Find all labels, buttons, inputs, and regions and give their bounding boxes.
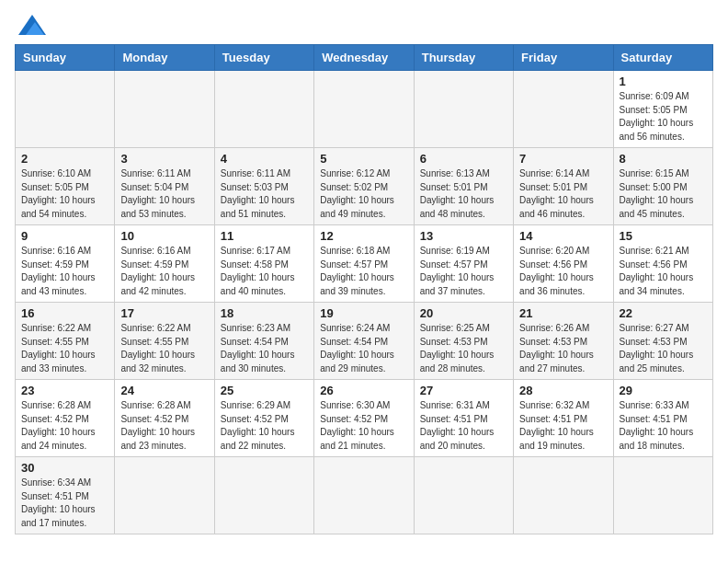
calendar-cell: 16Sunrise: 6:22 AM Sunset: 4:55 PM Dayli… <box>16 303 115 380</box>
calendar-cell: 4Sunrise: 6:11 AM Sunset: 5:03 PM Daylig… <box>214 148 313 225</box>
day-number: 16 <box>21 306 108 320</box>
day-info: Sunrise: 6:14 AM Sunset: 5:01 PM Dayligh… <box>519 167 607 221</box>
calendar-cell: 12Sunrise: 6:18 AM Sunset: 4:57 PM Dayli… <box>314 225 414 303</box>
calendar-cell: 10Sunrise: 6:16 AM Sunset: 4:59 PM Dayli… <box>115 225 214 303</box>
calendar-cell: 13Sunrise: 6:19 AM Sunset: 4:57 PM Dayli… <box>414 225 513 303</box>
day-info: Sunrise: 6:34 AM Sunset: 4:51 PM Dayligh… <box>21 477 108 530</box>
day-number: 11 <box>221 229 308 243</box>
header <box>15 15 713 35</box>
weekday-header-wednesday: Wednesday <box>314 45 414 71</box>
day-number: 3 <box>120 152 208 166</box>
day-info: Sunrise: 6:30 AM Sunset: 4:52 PM Dayligh… <box>320 399 407 453</box>
day-info: Sunrise: 6:10 AM Sunset: 5:05 PM Dayligh… <box>21 167 108 221</box>
day-number: 27 <box>420 384 507 397</box>
day-info: Sunrise: 6:27 AM Sunset: 4:53 PM Dayligh… <box>620 322 707 375</box>
calendar-cell: 24Sunrise: 6:28 AM Sunset: 4:52 PM Dayli… <box>115 380 214 457</box>
calendar-cell: 15Sunrise: 6:21 AM Sunset: 4:56 PM Dayli… <box>613 225 712 303</box>
day-info: Sunrise: 6:32 AM Sunset: 4:51 PM Dayligh… <box>519 399 607 453</box>
day-number: 22 <box>620 306 707 320</box>
day-number: 4 <box>221 152 308 166</box>
calendar-cell: 1Sunrise: 6:09 AM Sunset: 5:05 PM Daylig… <box>613 71 712 148</box>
day-info: Sunrise: 6:21 AM Sunset: 4:56 PM Dayligh… <box>620 245 707 298</box>
calendar-cell <box>214 457 313 534</box>
day-info: Sunrise: 6:28 AM Sunset: 4:52 PM Dayligh… <box>21 399 108 453</box>
calendar-cell: 30Sunrise: 6:34 AM Sunset: 4:51 PM Dayli… <box>16 457 115 534</box>
day-number: 10 <box>120 229 208 243</box>
calendar-cell: 22Sunrise: 6:27 AM Sunset: 4:53 PM Dayli… <box>613 303 712 380</box>
calendar-cell <box>314 457 414 534</box>
day-info: Sunrise: 6:25 AM Sunset: 4:53 PM Dayligh… <box>420 322 507 375</box>
calendar-cell <box>214 71 313 148</box>
logo <box>15 15 46 35</box>
day-number: 5 <box>320 152 407 166</box>
weekday-header-monday: Monday <box>115 45 214 71</box>
day-number: 15 <box>620 229 707 243</box>
calendar-cell <box>314 71 414 148</box>
day-info: Sunrise: 6:28 AM Sunset: 4:52 PM Dayligh… <box>120 399 208 453</box>
day-info: Sunrise: 6:16 AM Sunset: 4:59 PM Dayligh… <box>120 245 208 298</box>
calendar-cell: 26Sunrise: 6:30 AM Sunset: 4:52 PM Dayli… <box>314 380 414 457</box>
calendar-cell: 2Sunrise: 6:10 AM Sunset: 5:05 PM Daylig… <box>16 148 115 225</box>
calendar-cell: 7Sunrise: 6:14 AM Sunset: 5:01 PM Daylig… <box>514 148 613 225</box>
day-number: 13 <box>420 229 507 243</box>
calendar-cell <box>613 457 712 534</box>
week-row-3: 16Sunrise: 6:22 AM Sunset: 4:55 PM Dayli… <box>16 303 713 380</box>
calendar-cell <box>16 71 115 148</box>
day-info: Sunrise: 6:29 AM Sunset: 4:52 PM Dayligh… <box>221 399 308 453</box>
day-info: Sunrise: 6:11 AM Sunset: 5:04 PM Dayligh… <box>120 167 208 221</box>
day-number: 7 <box>519 152 607 166</box>
day-info: Sunrise: 6:24 AM Sunset: 4:54 PM Dayligh… <box>320 322 407 375</box>
weekday-header-friday: Friday <box>514 45 613 71</box>
day-number: 23 <box>21 384 108 397</box>
day-info: Sunrise: 6:19 AM Sunset: 4:57 PM Dayligh… <box>420 245 507 298</box>
calendar-cell: 11Sunrise: 6:17 AM Sunset: 4:58 PM Dayli… <box>214 225 313 303</box>
day-info: Sunrise: 6:17 AM Sunset: 4:58 PM Dayligh… <box>221 245 308 298</box>
day-info: Sunrise: 6:22 AM Sunset: 4:55 PM Dayligh… <box>120 322 208 375</box>
calendar-cell: 5Sunrise: 6:12 AM Sunset: 5:02 PM Daylig… <box>314 148 414 225</box>
week-row-4: 23Sunrise: 6:28 AM Sunset: 4:52 PM Dayli… <box>16 380 713 457</box>
day-info: Sunrise: 6:26 AM Sunset: 4:53 PM Dayligh… <box>519 322 607 375</box>
calendar-cell: 14Sunrise: 6:20 AM Sunset: 4:56 PM Dayli… <box>514 225 613 303</box>
day-info: Sunrise: 6:13 AM Sunset: 5:01 PM Dayligh… <box>420 167 507 221</box>
weekday-header-saturday: Saturday <box>613 45 712 71</box>
day-info: Sunrise: 6:22 AM Sunset: 4:55 PM Dayligh… <box>21 322 108 375</box>
day-number: 19 <box>320 306 407 320</box>
week-row-0: 1Sunrise: 6:09 AM Sunset: 5:05 PM Daylig… <box>16 71 713 148</box>
calendar-cell: 8Sunrise: 6:15 AM Sunset: 5:00 PM Daylig… <box>613 148 712 225</box>
calendar-cell: 23Sunrise: 6:28 AM Sunset: 4:52 PM Dayli… <box>16 380 115 457</box>
day-number: 29 <box>620 384 707 397</box>
day-number: 12 <box>320 229 407 243</box>
calendar-cell: 27Sunrise: 6:31 AM Sunset: 4:51 PM Dayli… <box>414 380 513 457</box>
logo-icon <box>18 15 46 35</box>
day-number: 9 <box>21 229 108 243</box>
week-row-2: 9Sunrise: 6:16 AM Sunset: 4:59 PM Daylig… <box>16 225 713 303</box>
week-row-1: 2Sunrise: 6:10 AM Sunset: 5:05 PM Daylig… <box>16 148 713 225</box>
calendar-cell: 6Sunrise: 6:13 AM Sunset: 5:01 PM Daylig… <box>414 148 513 225</box>
calendar-cell <box>115 71 214 148</box>
calendar-cell <box>414 71 513 148</box>
calendar-cell: 9Sunrise: 6:16 AM Sunset: 4:59 PM Daylig… <box>16 225 115 303</box>
day-number: 14 <box>519 229 607 243</box>
day-number: 6 <box>420 152 507 166</box>
day-info: Sunrise: 6:16 AM Sunset: 4:59 PM Dayligh… <box>21 245 108 298</box>
day-number: 24 <box>120 384 208 397</box>
day-number: 26 <box>320 384 407 397</box>
calendar-cell: 20Sunrise: 6:25 AM Sunset: 4:53 PM Dayli… <box>414 303 513 380</box>
day-info: Sunrise: 6:12 AM Sunset: 5:02 PM Dayligh… <box>320 167 407 221</box>
weekday-header-tuesday: Tuesday <box>214 45 313 71</box>
day-info: Sunrise: 6:23 AM Sunset: 4:54 PM Dayligh… <box>221 322 308 375</box>
day-number: 25 <box>221 384 308 397</box>
day-info: Sunrise: 6:15 AM Sunset: 5:00 PM Dayligh… <box>620 167 707 221</box>
calendar-cell: 19Sunrise: 6:24 AM Sunset: 4:54 PM Dayli… <box>314 303 414 380</box>
calendar-cell: 21Sunrise: 6:26 AM Sunset: 4:53 PM Dayli… <box>514 303 613 380</box>
calendar-cell: 25Sunrise: 6:29 AM Sunset: 4:52 PM Dayli… <box>214 380 313 457</box>
calendar-cell: 18Sunrise: 6:23 AM Sunset: 4:54 PM Dayli… <box>214 303 313 380</box>
calendar-cell <box>414 457 513 534</box>
weekday-header-sunday: Sunday <box>16 45 115 71</box>
day-info: Sunrise: 6:18 AM Sunset: 4:57 PM Dayligh… <box>320 245 407 298</box>
day-info: Sunrise: 6:33 AM Sunset: 4:51 PM Dayligh… <box>620 399 707 453</box>
calendar-cell <box>115 457 214 534</box>
day-number: 20 <box>420 306 507 320</box>
day-number: 28 <box>519 384 607 397</box>
day-number: 1 <box>620 75 707 88</box>
